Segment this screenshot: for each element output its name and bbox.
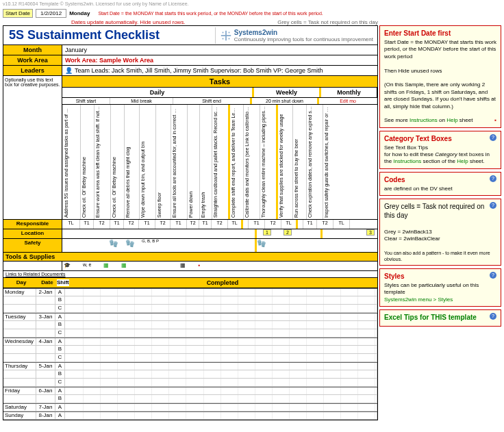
completion-cell[interactable]: [358, 363, 375, 370]
completion-cell[interactable]: [238, 305, 255, 312]
completion-cell[interactable]: [84, 305, 101, 312]
completion-cell[interactable]: [307, 296, 324, 304]
shift-cell[interactable]: B: [55, 370, 65, 378]
completion-cell[interactable]: [204, 395, 221, 403]
shift-cell[interactable]: A: [55, 404, 65, 411]
completion-cell[interactable]: [118, 395, 135, 403]
completion-cell[interactable]: [341, 321, 358, 329]
completion-cell[interactable]: [290, 305, 307, 312]
completion-cell[interactable]: [255, 338, 273, 345]
completion-cell[interactable]: [221, 363, 238, 370]
completion-cell[interactable]: [66, 296, 84, 304]
completion-cell[interactable]: [135, 412, 152, 419]
completion-cell[interactable]: [255, 354, 273, 361]
completion-cell[interactable]: [290, 387, 307, 394]
completion-cell[interactable]: [152, 338, 169, 345]
completion-cell[interactable]: [118, 379, 135, 386]
completion-cell[interactable]: [341, 305, 358, 312]
completion-cell[interactable]: [307, 354, 324, 361]
completion-cell[interactable]: [101, 395, 118, 403]
completion-cell[interactable]: [204, 329, 221, 337]
completion-cell[interactable]: [255, 346, 273, 353]
completion-cell[interactable]: [341, 338, 358, 345]
shift-cell[interactable]: C: [55, 354, 65, 361]
completion-cell[interactable]: [66, 289, 84, 296]
completion-cell[interactable]: [290, 354, 307, 361]
completion-cell[interactable]: [84, 321, 101, 329]
completion-cell[interactable]: [358, 314, 375, 320]
responsible-cell[interactable]: T2: [265, 220, 281, 229]
code-badge[interactable]: 2: [284, 229, 292, 236]
completion-cell[interactable]: [101, 329, 118, 337]
completion-cell[interactable]: [221, 404, 238, 411]
completion-cell[interactable]: [341, 412, 358, 419]
responsible-cell[interactable]: T1: [110, 220, 124, 229]
completion-cell[interactable]: [341, 395, 358, 403]
completion-cell[interactable]: [101, 321, 118, 329]
completion-cell[interactable]: [135, 296, 152, 304]
start-date-input[interactable]: 1/2/2012: [36, 9, 66, 18]
completion-cell[interactable]: [204, 412, 221, 419]
links-header[interactable]: Links to Related Documents: [3, 271, 377, 278]
completion-cell[interactable]: [169, 338, 186, 345]
completion-cell[interactable]: [101, 412, 118, 419]
completion-cell[interactable]: [66, 387, 84, 394]
completion-cell[interactable]: [221, 346, 238, 353]
completion-cell[interactable]: [135, 346, 152, 353]
completion-cell[interactable]: [118, 404, 135, 411]
completion-cell[interactable]: [169, 346, 186, 353]
completion-cell[interactable]: [186, 329, 203, 337]
shift-cell[interactable]: A: [55, 289, 65, 296]
completion-cell[interactable]: [186, 296, 203, 304]
shift-cell[interactable]: C: [55, 305, 65, 312]
completion-cell[interactable]: [135, 314, 152, 320]
completion-cell[interactable]: [238, 321, 255, 329]
completion-cell[interactable]: [290, 296, 307, 304]
completion-cell[interactable]: [221, 338, 238, 345]
completion-cell[interactable]: [307, 289, 324, 296]
completion-cell[interactable]: [186, 370, 203, 378]
responsible-cell[interactable]: T1: [171, 220, 187, 229]
completion-cell[interactable]: [255, 412, 273, 419]
completion-cell[interactable]: [221, 321, 238, 329]
completion-cell[interactable]: [84, 296, 101, 304]
shift-cell[interactable]: B: [55, 321, 65, 329]
completion-cell[interactable]: [135, 305, 152, 312]
completion-cell[interactable]: [186, 387, 203, 394]
shift-cell[interactable]: C: [55, 379, 65, 386]
completion-cell[interactable]: [66, 379, 84, 386]
completion-cell[interactable]: [307, 346, 324, 353]
completion-cell[interactable]: [169, 404, 186, 411]
responsible-cell[interactable]: T1: [303, 220, 317, 229]
sidebar-note[interactable]: Optionally use this text box for creativ…: [3, 76, 62, 105]
completion-cell[interactable]: [152, 329, 169, 337]
completion-cell[interactable]: [101, 354, 118, 361]
completion-cell[interactable]: [324, 338, 341, 345]
completion-cell[interactable]: [101, 363, 118, 370]
completion-cell[interactable]: [273, 314, 290, 320]
completion-cell[interactable]: [118, 354, 135, 361]
completion-cell[interactable]: [118, 412, 135, 419]
completion-cell[interactable]: [204, 404, 221, 411]
completion-cell[interactable]: [169, 379, 186, 386]
completion-cell[interactable]: [255, 379, 273, 386]
completion-cell[interactable]: [273, 363, 290, 370]
completion-cell[interactable]: [341, 379, 358, 386]
completion-cell[interactable]: [221, 370, 238, 378]
completion-cell[interactable]: [204, 387, 221, 394]
completion-cell[interactable]: [238, 363, 255, 370]
help-icon[interactable]: ?: [490, 272, 496, 279]
completion-cell[interactable]: [135, 370, 152, 378]
completion-cell[interactable]: [84, 338, 101, 345]
completion-cell[interactable]: [358, 289, 375, 296]
completion-cell[interactable]: [66, 338, 84, 345]
completion-cell[interactable]: [101, 305, 118, 312]
completion-cell[interactable]: [152, 296, 169, 304]
shift-cell[interactable]: A: [55, 387, 65, 394]
completion-cell[interactable]: [118, 363, 135, 370]
completion-cell[interactable]: [290, 346, 307, 353]
completion-cell[interactable]: [221, 314, 238, 320]
shift-cell[interactable]: B: [55, 296, 65, 304]
completion-cell[interactable]: [238, 404, 255, 411]
completion-cell[interactable]: [341, 296, 358, 304]
